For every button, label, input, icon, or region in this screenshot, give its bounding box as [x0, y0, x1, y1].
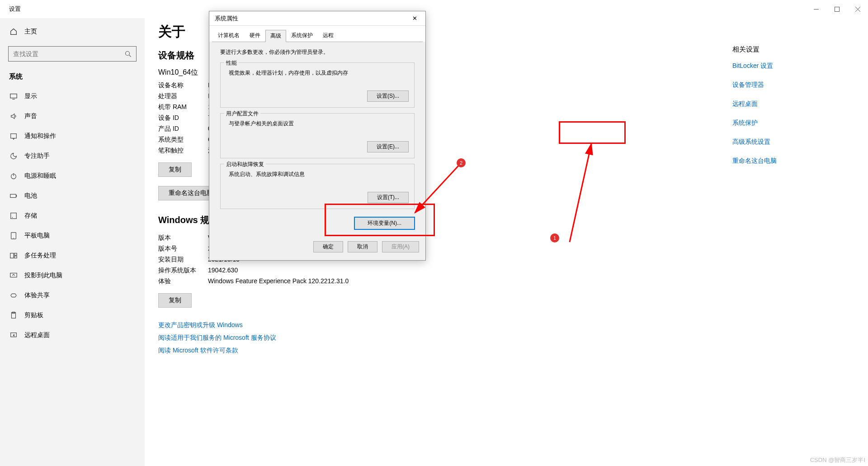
spec-row: 设备名称PC: [158, 80, 217, 91]
related-link-2[interactable]: 远程桌面: [732, 100, 832, 108]
fieldset-1: 用户配置文件 与登录帐户相关的桌面设置 设置(E)...: [220, 113, 415, 158]
copy-button[interactable]: 复制: [158, 162, 192, 177]
nav-label: 电源和睡眠: [24, 172, 56, 180]
spec-value: 19042.630: [208, 265, 349, 276]
home-label: 主页: [24, 28, 37, 36]
nav-item-battery[interactable]: 电池: [0, 186, 145, 206]
fieldset-0: 性能 视觉效果，处理器计划，内存使用，以及虚拟内存 设置(S)...: [220, 62, 415, 108]
home-nav[interactable]: 主页: [0, 23, 145, 41]
link-license-terms[interactable]: 阅读 Microsoft 软件许可条款: [158, 347, 854, 355]
nav-item-remote[interactable]: 远程桌面: [0, 325, 145, 345]
spec-row: 笔和触控没: [158, 145, 217, 156]
dialog-ok-button[interactable]: 确定: [313, 241, 343, 252]
svg-point-16: [13, 238, 14, 238]
spec-row: 处理器Int: [158, 91, 217, 102]
spec-label: 设备 ID: [158, 113, 208, 124]
nav-label: 平板电脑: [24, 232, 50, 240]
spec-label: 操作系统版本: [158, 265, 208, 276]
nav-label: 投影到此电脑: [24, 271, 62, 280]
nav-label: 通知和操作: [24, 132, 56, 140]
nav-item-storage[interactable]: 存储: [0, 206, 145, 226]
svg-rect-19: [14, 256, 17, 258]
clipboard-icon: [9, 311, 18, 320]
close-button[interactable]: [847, 2, 868, 16]
related-title: 相关设置: [732, 45, 832, 54]
tab-远程[interactable]: 远程: [318, 29, 339, 42]
power-icon: [9, 171, 18, 181]
fieldset-desc: 视觉效果，处理器计划，内存使用，以及虚拟内存: [229, 69, 409, 77]
battery-icon: [9, 191, 18, 200]
spec-label: 版本号: [158, 243, 208, 254]
dialog-cancel-button[interactable]: 取消: [348, 241, 377, 252]
spec-label: 处理器: [158, 91, 208, 102]
home-icon: [9, 27, 18, 36]
nav-item-display[interactable]: 显示: [0, 86, 145, 106]
fieldset-legend: 启动和故障恢复: [224, 161, 266, 168]
environment-variables-button[interactable]: 环境变量(N)...: [354, 217, 415, 229]
fieldset-2: 启动和故障恢复 系统启动、系统故障和调试信息 设置(T)...: [220, 164, 415, 209]
nav-item-focus[interactable]: 专注助手: [0, 146, 145, 166]
nav-label: 显示: [24, 92, 37, 100]
tab-计算机名[interactable]: 计算机名: [213, 29, 245, 42]
multitask-icon: [9, 251, 18, 260]
sidebar: 主页 系统 显示声音通知和操作专注助手电源和睡眠电池存储平板电脑多任务处理投影到…: [0, 18, 145, 466]
settings-button-2[interactable]: 设置(T)...: [368, 192, 409, 203]
dialog-apply-button[interactable]: 应用(A): [382, 241, 419, 252]
fieldset-desc: 系统启动、系统故障和调试信息: [229, 171, 409, 178]
copy-button-2[interactable]: 复制: [158, 293, 192, 308]
related-link-3[interactable]: 系统保护: [732, 119, 832, 127]
storage-icon: [9, 211, 18, 220]
titlebar-controls: [806, 2, 868, 16]
watermark: CSDN @智商三岁半I: [810, 456, 865, 464]
nav-label: 电池: [24, 192, 37, 200]
nav-label: 存储: [24, 212, 37, 220]
dialog-close-button[interactable]: ✕: [409, 15, 420, 22]
related-link-0[interactable]: BitLocker 设置: [732, 62, 832, 70]
settings-button-0[interactable]: 设置(S)...: [367, 90, 409, 102]
tab-高级[interactable]: 高级: [265, 30, 286, 42]
link-product-key[interactable]: 更改产品密钥或升级 Windows: [158, 321, 854, 329]
spec-label: 产品 ID: [158, 124, 208, 134]
related-link-1[interactable]: 设备管理器: [732, 81, 832, 89]
related-settings: 相关设置 BitLocker 设置设备管理器远程桌面系统保护高级系统设置重命名这…: [732, 45, 832, 176]
svg-rect-8: [11, 134, 17, 138]
sound-icon: [9, 112, 18, 121]
tab-硬件[interactable]: 硬件: [245, 29, 265, 42]
device-spec-table: 设备名称PC处理器Int机带 RAM16.设备 ID72产品 ID00系统类型6…: [158, 80, 217, 156]
settings-button-1[interactable]: 设置(E)...: [367, 141, 409, 152]
nav-item-clipboard[interactable]: 剪贴板: [0, 305, 145, 325]
fieldset-desc: 与登录帐户相关的桌面设置: [229, 120, 409, 128]
svg-point-14: [12, 217, 13, 218]
tab-strip: 计算机名硬件高级系统保护远程: [209, 26, 425, 42]
spec-row: 体验Windows Feature Experience Pack 120.22…: [158, 276, 349, 287]
nav-item-shared[interactable]: 体验共享: [0, 285, 145, 305]
related-link-5[interactable]: 重命名这台电脑: [732, 157, 832, 165]
svg-rect-11: [10, 194, 16, 197]
search-box[interactable]: [8, 46, 137, 62]
svg-rect-18: [14, 253, 17, 256]
svg-rect-17: [10, 253, 14, 258]
link-service-agreement[interactable]: 阅读适用于我们服务的 Microsoft 服务协议: [158, 334, 854, 342]
nav-item-sound[interactable]: 声音: [0, 106, 145, 126]
svg-rect-20: [10, 273, 17, 277]
nav-item-projecting[interactable]: 投影到此电脑: [0, 266, 145, 285]
tab-系统保护[interactable]: 系统保护: [286, 29, 318, 42]
section-label: 系统: [0, 68, 145, 86]
maximize-button[interactable]: [826, 2, 847, 16]
nav-item-notify[interactable]: 通知和操作: [0, 126, 145, 146]
spec-row: 产品 ID00: [158, 124, 217, 134]
nav-item-multitask[interactable]: 多任务处理: [0, 246, 145, 266]
spec-row: 机带 RAM16.: [158, 102, 217, 113]
dialog-footer: 确定取消应用(A): [209, 237, 425, 259]
spec-row: 设备 ID72: [158, 113, 217, 124]
tablet-icon: [9, 231, 18, 240]
spec-label: 设备名称: [158, 80, 208, 91]
svg-rect-1: [835, 7, 839, 11]
nav-item-tablet[interactable]: 平板电脑: [0, 226, 145, 246]
svg-line-5: [129, 55, 131, 57]
related-link-4[interactable]: 高级系统设置: [732, 138, 832, 146]
minimize-button[interactable]: [806, 2, 826, 16]
nav-label: 远程桌面: [24, 331, 50, 339]
nav-item-power[interactable]: 电源和睡眠: [0, 166, 145, 186]
search-input[interactable]: [13, 50, 125, 57]
